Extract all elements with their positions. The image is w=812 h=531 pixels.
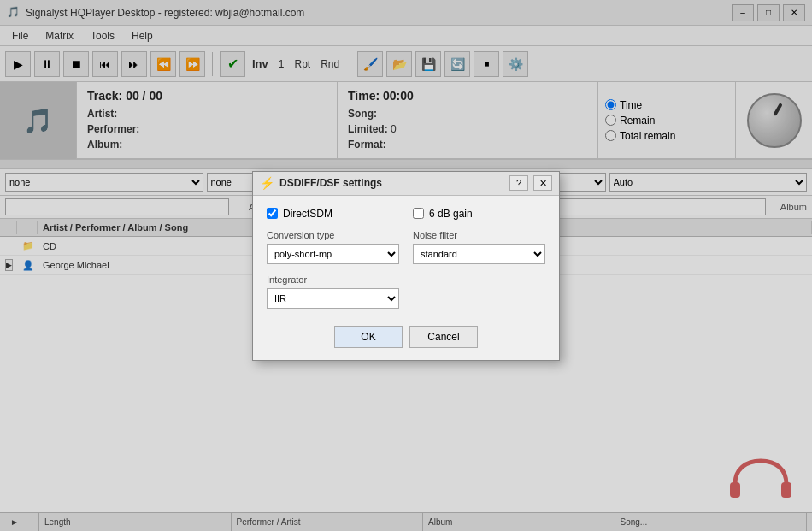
sixdb-checkbox[interactable] — [413, 208, 424, 219]
dialog-help-button[interactable]: ? — [509, 175, 528, 191]
dsd-settings-dialog: ⚡ DSDIFF/DSF settings ? ✕ DirectSDM 6 dB… — [252, 171, 560, 361]
dialog-buttons: OK Cancel — [253, 319, 559, 360]
sixdb-label: 6 dB gain — [429, 208, 473, 220]
cancel-button[interactable]: Cancel — [409, 326, 478, 348]
integrator-section: Integrator IIR FIR — [267, 274, 399, 309]
sixdb-row: 6 dB gain — [413, 208, 545, 220]
checkbox-row: DirectSDM 6 dB gain — [267, 208, 545, 220]
dialog-close-button[interactable]: ✕ — [533, 175, 552, 191]
directsdm-section: DirectSDM — [267, 208, 399, 220]
directsdm-row: DirectSDM — [267, 208, 399, 220]
conversion-noise-row: Conversion type poly-short-mp poly-long-… — [267, 230, 545, 264]
dialog-title-bar: ⚡ DSDIFF/DSF settings ? ✕ — [253, 172, 559, 196]
sixdb-section: 6 dB gain — [413, 208, 545, 220]
dialog-overlay: ⚡ DSDIFF/DSF settings ? ✕ DirectSDM 6 dB… — [0, 0, 812, 531]
dialog-body: DirectSDM 6 dB gain Conversion type poly… — [253, 196, 559, 319]
integrator-select[interactable]: IIR FIR — [267, 288, 399, 309]
ok-button[interactable]: OK — [334, 326, 403, 348]
noise-filter-select[interactable]: standard low high — [413, 244, 545, 264]
directsdm-label: DirectSDM — [283, 208, 332, 220]
integrator-label: Integrator — [267, 274, 399, 285]
dialog-icon: ⚡ — [260, 176, 274, 190]
directsdm-checkbox[interactable] — [267, 208, 278, 219]
conversion-type-section: Conversion type poly-short-mp poly-long-… — [267, 230, 399, 264]
noise-filter-section: Noise filter standard low high — [413, 230, 545, 264]
noise-filter-label: Noise filter — [413, 230, 545, 240]
conversion-type-label: Conversion type — [267, 230, 399, 240]
integrator-row: Integrator IIR FIR — [267, 274, 545, 309]
conversion-type-select[interactable]: poly-short-mp poly-long-mp sinc-M sinc-L — [267, 244, 399, 264]
dialog-title: DSDIFF/DSF settings — [279, 177, 504, 189]
